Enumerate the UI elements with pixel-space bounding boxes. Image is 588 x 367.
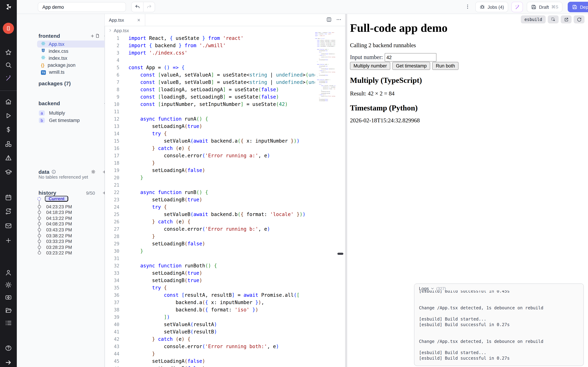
code-line[interactable]: } [129, 248, 315, 255]
close-icon[interactable] [137, 18, 141, 22]
history-entry[interactable]: 03:43:23 PM [46, 227, 72, 233]
preview-button-multiply-number[interactable]: Multiply number [350, 62, 390, 70]
history-entry[interactable]: 04:18:23 PM [46, 210, 72, 215]
rail-variables-button[interactable] [5, 126, 12, 133]
preview-button-run-both[interactable]: Run both [432, 62, 458, 70]
history-current-item[interactable]: Current [45, 196, 68, 202]
code-line[interactable]: try { [129, 130, 315, 137]
code-line[interactable]: const [inputNumber, setInputNumber] = us… [129, 101, 315, 108]
code-line[interactable]: const App = () => { [129, 64, 315, 71]
code-line[interactable]: } catch (e) { [129, 145, 315, 152]
panel-resize-handle[interactable] [337, 253, 343, 255]
history-entry[interactable]: 04:23:23 PM [46, 204, 72, 209]
code-line[interactable]: const [valueB, setValueB] = useState<str… [129, 79, 315, 86]
rail-expand-button[interactable] [5, 359, 12, 366]
code-line[interactable]: import React, { useState } from 'react' [129, 35, 315, 42]
rail-user-button[interactable] [5, 269, 12, 276]
code-line[interactable]: const [loadingA, setLoadingA] = useState… [129, 86, 315, 93]
editor-code-area[interactable]: import React, { useState } from 'react'i… [129, 35, 315, 367]
code-line[interactable]: ]) [129, 314, 315, 321]
rail-favorites-button[interactable] [5, 49, 12, 56]
jobs-button[interactable]: Jobs (4) [475, 2, 508, 12]
breadcrumb[interactable]: App.tsx [108, 26, 129, 35]
history-entry[interactable]: 04:13:22 PM [46, 216, 72, 221]
code-line[interactable]: setLoadingB(true) [129, 196, 315, 203]
input-number-field[interactable] [385, 53, 436, 61]
editor-more-button[interactable] [336, 17, 342, 22]
code-line[interactable] [129, 108, 315, 115]
preview-button-get-timestamp[interactable]: Get timestamp [392, 62, 430, 70]
rail-flows-button[interactable] [5, 208, 12, 215]
rail-ai-button[interactable] [5, 75, 12, 82]
code-line[interactable]: } catch (e) { [129, 218, 315, 225]
data-settings-button[interactable] [91, 169, 95, 174]
code-line[interactable]: async function runBoth() { [129, 262, 315, 269]
code-line[interactable]: setLoadingB(true) [129, 277, 315, 284]
code-line[interactable]: } [129, 159, 315, 167]
rail-search-button[interactable] [5, 61, 12, 68]
code-line[interactable] [129, 181, 315, 189]
refresh-preview-button[interactable] [574, 15, 585, 23]
code-line[interactable]: backend.a({ x: inputNumber }), [129, 299, 315, 306]
code-line[interactable] [129, 255, 315, 262]
code-line[interactable]: backend.b({ format: 'iso' }) [129, 306, 315, 314]
code-line[interactable]: setLoadingA(false) [129, 358, 315, 365]
code-line[interactable]: async function runA() { [129, 115, 315, 123]
rail-schedules-button[interactable] [5, 194, 12, 201]
code-line[interactable]: console.error('Error running b:', e) [129, 225, 315, 233]
rail-add-button[interactable] [5, 237, 12, 244]
draft-button[interactable]: Draft ⌘S [527, 2, 562, 12]
rail-runs-button[interactable] [5, 112, 12, 119]
history-entry[interactable]: 03:23:22 PM [46, 250, 72, 256]
code-line[interactable]: console.error('Error running both:', e) [129, 343, 315, 350]
code-line[interactable]: const [loadingB, setLoadingB] = useState… [129, 93, 315, 101]
code-line[interactable]: try { [129, 284, 315, 292]
code-line[interactable]: const [valueA, setValueA] = useState<str… [129, 71, 315, 79]
code-line[interactable]: setValueA(resultA) [129, 321, 315, 328]
code-line[interactable]: setLoadingA(false) [129, 167, 315, 174]
code-line[interactable]: import { backend } from './wmill' [129, 42, 315, 49]
history-entry[interactable]: 03:38:22 PM [46, 233, 72, 238]
code-line[interactable]: } [129, 350, 315, 358]
code-line[interactable]: setValueA(await backend.a({ x: inputNumb… [129, 137, 315, 145]
add-file-button[interactable] [90, 33, 100, 38]
redo-button[interactable] [143, 2, 155, 12]
history-entry[interactable]: 03:28:23 PM [46, 244, 72, 250]
code-line[interactable]: setLoadingB(false) [129, 365, 315, 367]
panel-divider[interactable] [345, 14, 347, 367]
code-line[interactable]: try { [129, 203, 315, 211]
logs-header-toggle[interactable]: Logs (327) [415, 284, 583, 291]
editor-minimap[interactable]: import React, { useState } from 'react'i… [315, 32, 335, 106]
code-line[interactable]: } [129, 174, 315, 181]
history-entry[interactable]: 04:08:23 PM [46, 221, 72, 227]
code-line[interactable]: setLoadingA(true) [129, 123, 315, 130]
code-line[interactable]: setValueB(await backend.b({ format: 'loc… [129, 211, 315, 218]
history-entry[interactable]: 03:33:23 PM [46, 239, 72, 244]
rail-learn-button[interactable] [5, 168, 12, 175]
open-external-button[interactable] [561, 15, 571, 23]
code-line[interactable]: import './index.css' [129, 49, 315, 57]
rail-inbox-button[interactable] [5, 222, 12, 229]
workspace-button[interactable] [3, 23, 14, 34]
rail-workers-button[interactable] [5, 294, 12, 301]
ai-wand-button[interactable] [511, 2, 523, 12]
code-line[interactable]: async function runB() { [129, 189, 315, 196]
code-line[interactable]: setValueB(resultB) [129, 328, 315, 335]
rail-settings-button[interactable] [5, 281, 12, 288]
code-line[interactable]: setLoadingA(true) [129, 269, 315, 277]
code-line[interactable]: console.error('Error running a:', e) [129, 152, 315, 159]
deploy-button[interactable]: Deploy [568, 2, 588, 12]
code-line[interactable]: setLoadingB(false) [129, 240, 315, 248]
code-line[interactable]: } catch (e) { [129, 335, 315, 343]
rail-folders-button[interactable] [5, 307, 12, 314]
inspect-element-button[interactable] [548, 15, 559, 23]
rail-assets-button[interactable] [5, 154, 12, 161]
code-line[interactable]: } [129, 233, 315, 240]
more-menu-button[interactable] [463, 3, 472, 11]
rail-audit-logs-button[interactable] [5, 319, 12, 326]
tab-app-tsx[interactable]: App.tsx [105, 14, 145, 26]
code-line[interactable] [129, 57, 315, 64]
code-line[interactable]: const [resultA, resultB] = await Promise… [129, 292, 315, 299]
rail-home-button[interactable] [5, 98, 12, 105]
app-name-input[interactable] [38, 2, 126, 12]
